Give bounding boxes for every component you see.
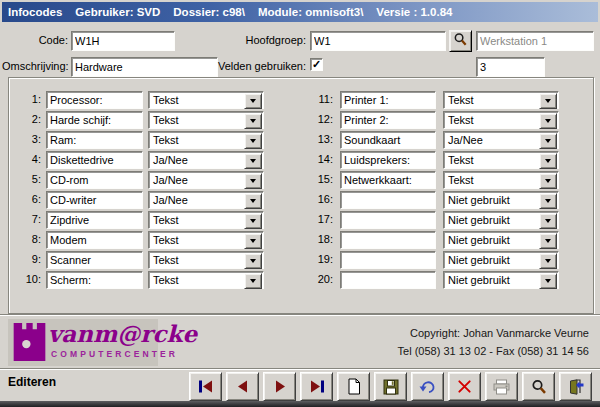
field-row: 16: Niet gebruikt (0, 191, 600, 209)
new-record-button[interactable] (337, 372, 370, 401)
omschrijving-input[interactable] (71, 57, 218, 77)
field-row: 14: Tekst (0, 151, 600, 169)
exit-button[interactable] (559, 372, 592, 401)
field-number: 12: (303, 113, 333, 125)
chevron-down-icon[interactable] (539, 233, 557, 249)
chevron-down-icon[interactable] (539, 193, 557, 209)
chevron-down-icon[interactable] (539, 93, 557, 109)
field-type-select[interactable]: Tekst (443, 171, 559, 189)
aantal-velden-input[interactable] (476, 57, 545, 77)
save-button[interactable] (374, 372, 407, 401)
mode-status-label: Editeren (8, 375, 56, 389)
field-type-select[interactable]: Niet gebruikt (443, 231, 559, 249)
chevron-down-icon[interactable] (539, 213, 557, 229)
field-row: 11: Tekst (0, 91, 600, 109)
delete-button[interactable] (448, 372, 481, 401)
field-type-select[interactable]: Tekst (443, 111, 559, 129)
field-number: 20: (303, 273, 333, 285)
field-row: 18: Niet gebruikt (0, 231, 600, 249)
hoofdgroep-label: Hoofdgroep: (228, 34, 306, 46)
hoofdgroep-lookup-button[interactable] (449, 30, 472, 52)
field-type-select[interactable]: Niet gebruikt (443, 191, 559, 209)
print-button[interactable] (485, 372, 518, 401)
first-record-icon (198, 380, 214, 393)
chevron-down-icon[interactable] (539, 133, 557, 149)
field-label-input[interactable] (340, 151, 436, 169)
title-bar: Infocodes Gebruiker: SVD Dossier: c98\ M… (2, 2, 598, 22)
new-document-icon (346, 378, 362, 395)
omschrijving-label: Omschrijving: (2, 60, 68, 72)
field-row: 12: Tekst (0, 111, 600, 129)
chevron-down-icon[interactable] (539, 273, 557, 289)
copyright-line: Copyright: Johan Vanmarcke Veurne (410, 327, 589, 339)
castle-icon (13, 323, 46, 365)
field-label-input[interactable] (340, 271, 436, 289)
footer-separator (0, 314, 600, 316)
hoofdgroep-input[interactable] (310, 31, 446, 51)
field-type-select[interactable]: Tekst (443, 91, 559, 109)
next-record-button[interactable] (263, 372, 296, 401)
first-record-button[interactable] (189, 372, 222, 401)
search-icon (453, 32, 468, 50)
field-number: 19: (303, 253, 333, 265)
field-type-select[interactable]: Niet gebruikt (443, 271, 559, 289)
field-number: 16: (303, 193, 333, 205)
chevron-down-icon[interactable] (539, 253, 557, 269)
chevron-down-icon[interactable] (539, 113, 557, 129)
titlebar-dossier: Dossier: c98\ (173, 6, 245, 18)
next-record-icon (272, 380, 288, 393)
velden-gebruiken-label: Velden gebruiken: (213, 60, 306, 72)
field-type-select[interactable]: Tekst (443, 151, 559, 169)
field-label-input[interactable] (340, 231, 436, 249)
field-type-select[interactable]: Niet gebruikt (443, 211, 559, 229)
infocodes-window: Infocodes Gebruiker: SVD Dossier: c98\ M… (0, 0, 600, 407)
field-number: 14: (303, 153, 333, 165)
field-label-input[interactable] (340, 131, 436, 149)
field-type-select[interactable]: Ja/Nee (443, 131, 559, 149)
undo-icon (419, 379, 436, 395)
exit-door-icon (568, 379, 584, 395)
search-icon (531, 379, 547, 395)
field-row: 19: Niet gebruikt (0, 251, 600, 269)
field-row: 17: Niet gebruikt (0, 211, 600, 229)
field-row: 20: Niet gebruikt (0, 271, 600, 289)
field-number: 11: (303, 93, 333, 105)
code-input[interactable] (71, 31, 175, 51)
field-number: 18: (303, 233, 333, 245)
field-label-input[interactable] (340, 191, 436, 209)
titlebar-user: Gebruiker: SVD (75, 6, 160, 18)
field-label-input[interactable] (340, 251, 436, 269)
titlebar-version: Versie : 1.0.84 (376, 6, 452, 18)
prior-record-icon (235, 380, 251, 393)
field-label-input[interactable] (340, 111, 436, 129)
field-label-input[interactable] (340, 211, 436, 229)
telfax-line: Tel (058) 31 13 02 - Fax (058) 31 14 56 (398, 345, 589, 357)
app-title: Infocodes (8, 6, 62, 18)
printer-icon (493, 379, 510, 395)
field-type-select[interactable]: Niet gebruikt (443, 251, 559, 269)
field-number: 13: (303, 133, 333, 145)
brand-subtitle: COMPUTERCENTER (51, 349, 178, 359)
search-button[interactable] (522, 372, 555, 401)
field-row: 15: Tekst (0, 171, 600, 189)
toolbar-separator (0, 368, 600, 370)
velden-gebruiken-checkbox[interactable]: ✓ (310, 58, 323, 71)
chevron-down-icon[interactable] (539, 153, 557, 169)
field-row: 13: Ja/Nee (0, 131, 600, 149)
chevron-down-icon[interactable] (539, 173, 557, 189)
code-label: Code: (18, 34, 68, 46)
window-bottom-edge (0, 401, 600, 407)
field-label-input[interactable] (340, 91, 436, 109)
save-icon (383, 379, 399, 395)
delete-icon (457, 379, 472, 394)
undo-button[interactable] (411, 372, 444, 401)
last-record-icon (309, 380, 325, 393)
field-number: 17: (303, 213, 333, 225)
brand-name: vanm@rcke (48, 320, 197, 347)
prior-record-button[interactable] (226, 372, 259, 401)
hoofdgroep-name-field (476, 31, 594, 51)
field-label-input[interactable] (340, 171, 436, 189)
titlebar-module: Module: omnisoft3\ (258, 6, 363, 18)
last-record-button[interactable] (300, 372, 333, 401)
field-number: 15: (303, 173, 333, 185)
